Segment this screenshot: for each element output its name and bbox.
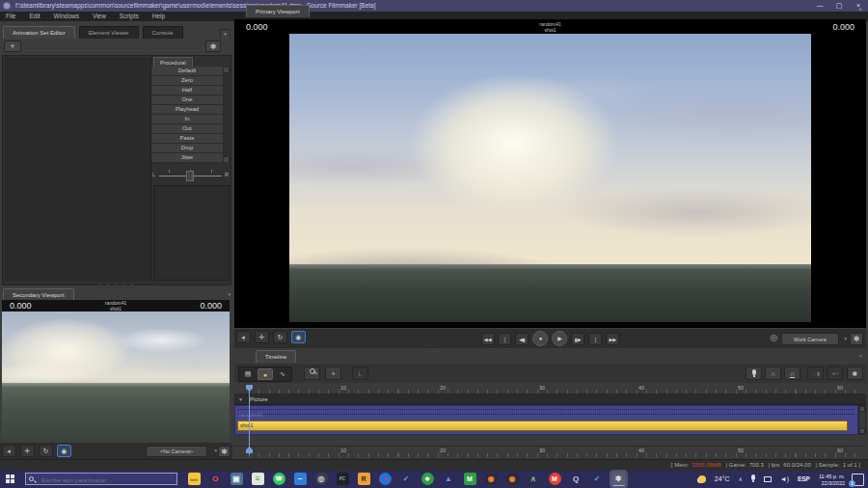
shot1-clip[interactable]: shot1 (237, 420, 848, 431)
primary-viewport-close-icon[interactable]: × (858, 6, 862, 13)
timeline-gear-icon[interactable]: ✱ (847, 366, 863, 380)
camera-dropdown-arrow-icon[interactable]: ▾ (214, 447, 217, 453)
slider-handle[interactable] (186, 171, 194, 181)
retroarch-icon[interactable]: R (358, 473, 370, 485)
pb-move-tool-icon[interactable]: ✛ (255, 331, 269, 343)
lock-tool-icon[interactable]: L (352, 366, 368, 380)
weather-icon[interactable] (698, 475, 706, 483)
obs-icon[interactable]: ◎ (315, 473, 328, 485)
film-track[interactable]: random41 shot1 (234, 405, 858, 435)
start-button-icon[interactable] (6, 474, 15, 484)
select-tool-icon[interactable]: ➤ (2, 445, 16, 457)
tab-element-viewer[interactable]: Element Viewer (79, 26, 139, 39)
set-out-point-button[interactable]: ] (588, 333, 602, 345)
pb-orbit-tool-icon[interactable]: ◉ (291, 331, 306, 343)
work-camera-dropdown-arrow-icon[interactable]: ▾ (844, 336, 847, 341)
menu-windows[interactable]: Windows (48, 12, 85, 21)
preset-detail-box[interactable] (153, 185, 230, 281)
preset-default[interactable]: Default (151, 67, 223, 76)
track-scroll-up-icon[interactable] (859, 406, 865, 412)
keyframe-tool-icon[interactable] (304, 366, 320, 380)
gmail-icon[interactable]: M (549, 473, 561, 485)
playhead[interactable] (249, 386, 250, 455)
notification-center-icon[interactable]: 1 (852, 474, 864, 486)
snap-magnet-icon[interactable]: ∩ (765, 366, 781, 380)
timeline-splitter-handle[interactable]: ··· (430, 348, 439, 354)
search-input[interactable] (40, 474, 176, 486)
preset-playhead[interactable]: Playhead (151, 105, 223, 115)
track-scroll-down-icon[interactable] (859, 428, 865, 434)
tab-primary-viewport[interactable]: Primary Viewport (246, 5, 310, 17)
check-app-2-icon[interactable]: ✓ (591, 473, 604, 485)
secondary-camera-dropdown[interactable]: <No Camera> (146, 446, 207, 457)
hidden-icons-chevron-icon[interactable]: ∧ (738, 471, 742, 488)
tab-console[interactable]: Console (143, 26, 183, 39)
minimize-button[interactable]: — (810, 0, 829, 12)
work-camera-dropdown[interactable]: Work Camera (781, 333, 839, 345)
preset-scrollbar[interactable] (223, 67, 230, 163)
rotate-tool-icon[interactable]: ↻ (39, 445, 53, 457)
next-frame-button[interactable]: ▮▶ (571, 333, 584, 345)
pb-select-tool-icon[interactable]: ➤ (236, 331, 251, 343)
motion-editor-icon[interactable]: ● (258, 368, 273, 380)
check-app-icon[interactable]: ✓ (400, 473, 413, 485)
photos-icon[interactable]: ▣ (231, 473, 243, 485)
paint-app-icon[interactable]: ~ (294, 473, 307, 485)
opera-icon[interactable]: O (209, 473, 222, 485)
preset-out[interactable]: Out (151, 124, 223, 134)
blue-badge-app-icon[interactable]: ● (379, 473, 392, 485)
whatsapp-icon[interactable]: ☎ (273, 473, 285, 485)
file-explorer-icon[interactable]: ▬ (188, 473, 201, 485)
scroll-down-icon[interactable] (223, 156, 230, 163)
set-in-point-button[interactable]: [ (499, 333, 512, 345)
scroll-up-icon[interactable] (223, 67, 230, 73)
animation-set-tree[interactable] (4, 57, 151, 282)
tray-microphone-icon[interactable] (751, 471, 755, 488)
picture-track-header[interactable]: ▼ Picture (234, 394, 866, 405)
search-people-app-icon[interactable]: Q (570, 473, 583, 485)
timeline-close-icon[interactable]: × (858, 353, 862, 359)
secondary-viewport-render[interactable] (2, 312, 230, 442)
secondary-panel-menu-icon[interactable]: ▾ (228, 291, 231, 297)
temperature-label[interactable]: 24°C (715, 471, 730, 488)
speaker-muted-icon[interactable]: ◄× (827, 366, 843, 380)
move-tool-icon[interactable]: ✛ (20, 445, 35, 457)
volume-icon[interactable]: ◄) (780, 471, 789, 488)
preset-drop[interactable]: Drop (151, 144, 223, 153)
menu-help[interactable]: Help (147, 12, 171, 21)
pc-emulator-icon[interactable]: PC (337, 473, 349, 485)
preset-jitter[interactable]: Jitter (151, 153, 223, 163)
menu-file[interactable]: File (0, 12, 21, 21)
menu-view[interactable]: View (87, 12, 112, 21)
add-animation-set-button[interactable]: + (4, 41, 21, 52)
blender-icon[interactable]: ◉ (485, 473, 498, 485)
go-to-start-button[interactable]: ◀◀ (481, 333, 495, 345)
camera-icon[interactable]: ◎ (770, 333, 777, 342)
track-expander-icon[interactable]: ▼ (238, 396, 243, 402)
preset-paste[interactable]: Paste (151, 134, 223, 144)
lambda-app-icon[interactable]: ∧ (528, 473, 540, 485)
network-display-icon[interactable] (764, 476, 772, 482)
maximize-button[interactable]: ▢ (829, 0, 849, 12)
tab-animation-set-editor[interactable]: Animation Set Editor (3, 26, 75, 39)
menu-edit[interactable]: Edit (23, 12, 45, 21)
tab-timeline[interactable]: Timeline (256, 350, 296, 363)
play-button[interactable]: ▶ (552, 331, 567, 346)
snap-to-end-icon[interactable]: →▮ (807, 366, 824, 380)
graph-editor-icon[interactable]: ∿ (275, 368, 290, 380)
menu-scripts[interactable]: Scripts (114, 12, 145, 21)
record-button[interactable]: ● (533, 331, 549, 346)
clip-editor-icon[interactable]: ▤ (240, 368, 256, 380)
previous-frame-button[interactable]: ◀▮ (516, 333, 529, 345)
add-clip-button[interactable]: + (325, 366, 341, 380)
animation-set-gear-icon[interactable]: ✱ (205, 41, 221, 52)
preset-one[interactable]: One (151, 95, 223, 105)
clock[interactable]: 11:45 p. m. 22/3/2022 (819, 472, 845, 487)
go-to-end-button[interactable]: ▶▶ (606, 333, 619, 345)
preset-zero[interactable]: Zero (151, 76, 223, 86)
timeline-ruler[interactable]: 10 20 30 40 50 60 (234, 384, 866, 394)
primary-viewport-render[interactable] (234, 34, 866, 328)
source-filmmaker-icon[interactable]: ✱ (612, 473, 625, 486)
green-m-app-icon[interactable]: M (464, 473, 476, 485)
pb-rotate-tool-icon[interactable]: ↻ (273, 331, 287, 343)
